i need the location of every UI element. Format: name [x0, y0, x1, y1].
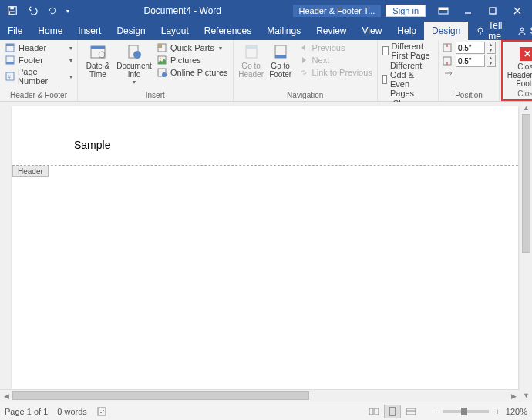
tab-view[interactable]: View	[355, 22, 390, 40]
header-section-tag: Header	[12, 166, 49, 177]
scroll-down-button[interactable]: ▼	[520, 389, 532, 402]
qat-dropdown[interactable]: ▾	[63, 2, 72, 20]
footer-from-bottom-input[interactable]	[456, 55, 485, 67]
header-content-text[interactable]: Sample	[74, 139, 110, 151]
print-layout-button[interactable]	[384, 405, 401, 418]
scroll-thumb[interactable]	[522, 114, 530, 253]
zoom-in-button[interactable]: +	[492, 406, 503, 417]
window-controls	[432, 2, 529, 20]
page-number-dropdown[interactable]: # Page Number ▾	[3, 66, 74, 86]
tab-help[interactable]: Help	[389, 22, 424, 40]
share-button[interactable]: Share	[510, 22, 532, 40]
different-first-page-label: Different First Page	[392, 42, 433, 60]
document-info-button[interactable]: Document Info ▾	[115, 42, 153, 86]
goto-header-button[interactable]: Go to Header	[237, 42, 266, 79]
scroll-thumb[interactable]	[12, 391, 309, 400]
group-position: ▲▼ ▲▼ Position	[439, 40, 500, 101]
svg-point-9	[478, 28, 483, 32]
footer-from-bottom-row: ▲▼	[442, 55, 496, 67]
goto-footer-icon	[270, 43, 291, 60]
goto-header-label: Go to Header	[237, 62, 266, 79]
tab-review[interactable]: Review	[308, 22, 354, 40]
maximize-button[interactable]	[481, 2, 504, 20]
goto-footer-button[interactable]: Go to Footer	[266, 42, 295, 79]
quick-parts-icon	[157, 42, 167, 53]
tell-me-search[interactable]: Tell me	[468, 22, 510, 40]
header-label: Header	[19, 43, 46, 52]
minimize-button[interactable]	[456, 2, 480, 20]
undo-button[interactable]	[23, 2, 42, 20]
tab-references[interactable]: References	[197, 22, 259, 40]
ribbon-options-button[interactable]	[432, 2, 455, 20]
tab-insert[interactable]: Insert	[70, 22, 109, 40]
scroll-up-button[interactable]: ▲	[520, 102, 532, 114]
online-pictures-label: Online Pictures	[170, 68, 228, 77]
pictures-button[interactable]: Pictures	[155, 54, 230, 66]
tab-mailings[interactable]: Mailings	[259, 22, 308, 40]
group-close: ✕ Close Header and Footer Close	[501, 40, 532, 101]
tell-me-label: Tell me	[488, 20, 502, 42]
previous-button[interactable]: Previous	[297, 42, 374, 54]
tab-file[interactable]: File	[0, 22, 30, 40]
scroll-right-button[interactable]: ▶	[507, 390, 520, 402]
chevron-down-icon: ▾	[219, 45, 222, 52]
svg-rect-6	[490, 8, 496, 14]
zoom-slider-knob[interactable]	[461, 408, 467, 415]
scroll-track[interactable]	[520, 114, 532, 389]
web-layout-button[interactable]	[402, 405, 419, 418]
group-options: Different First Page Different Odd & Eve…	[378, 40, 439, 101]
save-button[interactable]	[3, 2, 22, 20]
link-icon	[298, 67, 309, 78]
spellcheck-icon[interactable]	[96, 406, 107, 417]
header-from-top-input[interactable]	[456, 42, 485, 54]
next-button[interactable]: Next	[297, 54, 374, 66]
different-odd-even-checkbox[interactable]: Different Odd & Even Pages	[381, 61, 435, 98]
lightbulb-icon	[476, 26, 485, 35]
ribbon: Header ▾ Footer ▾ # Page Number ▾ Header…	[0, 40, 532, 102]
svg-rect-39	[375, 408, 379, 415]
sign-in-button[interactable]: Sign in	[386, 5, 426, 17]
redo-button[interactable]	[43, 2, 62, 20]
scroll-track[interactable]	[12, 390, 507, 402]
quick-parts-label: Quick Parts	[170, 43, 214, 52]
different-first-page-checkbox[interactable]: Different First Page	[381, 42, 435, 60]
insert-alignment-tab-button[interactable]	[442, 68, 496, 79]
svg-rect-40	[389, 408, 396, 415]
close-window-button[interactable]	[506, 2, 529, 20]
spinner[interactable]: ▲▼	[487, 55, 496, 67]
quick-parts-button[interactable]: Quick Parts ▾	[155, 42, 230, 54]
page[interactable]: Sample Header	[12, 106, 518, 402]
title-bar: ▾ Document4 - Word Header & Footer T... …	[0, 0, 532, 22]
close-header-footer-button[interactable]: ✕ Close Header and Footer	[506, 45, 532, 88]
zoom-level[interactable]: 120%	[506, 407, 527, 416]
svg-rect-13	[6, 44, 14, 46]
spinner[interactable]: ▲▼	[487, 42, 496, 54]
online-pictures-button[interactable]: Online Pictures	[155, 66, 230, 79]
zoom-slider[interactable]	[443, 410, 489, 413]
goto-footer-label: Go to Footer	[266, 62, 295, 79]
read-mode-button[interactable]	[365, 405, 382, 418]
close-header-footer-label: Close Header and Footer	[506, 62, 532, 88]
horizontal-scrollbar[interactable]: ◀ ▶	[0, 389, 520, 402]
vertical-scrollbar[interactable]: ▲ ▼	[520, 102, 532, 402]
close-x-icon: ✕	[520, 47, 532, 61]
header-edit-area[interactable]: Sample Header	[12, 106, 518, 168]
tab-header-footer-design[interactable]: Design	[424, 22, 468, 40]
svg-rect-4	[439, 8, 448, 10]
header-dropdown[interactable]: Header ▾	[3, 42, 74, 54]
date-time-button[interactable]: Date & Time	[81, 42, 115, 79]
svg-point-20	[99, 52, 105, 58]
group-label-navigation: Navigation	[237, 91, 374, 101]
word-count[interactable]: 0 words	[57, 407, 87, 416]
svg-point-26	[160, 58, 161, 59]
link-previous-button[interactable]: Link to Previous	[297, 66, 374, 79]
tab-design[interactable]: Design	[109, 22, 153, 40]
tab-home[interactable]: Home	[30, 22, 70, 40]
person-icon	[517, 26, 527, 35]
tab-layout[interactable]: Layout	[153, 22, 197, 40]
zoom-out-button[interactable]: −	[429, 406, 439, 417]
scroll-left-button[interactable]: ◀	[0, 390, 12, 402]
page-status[interactable]: Page 1 of 1	[5, 407, 48, 416]
footer-dropdown[interactable]: Footer ▾	[3, 54, 74, 66]
svg-point-22	[133, 51, 141, 59]
